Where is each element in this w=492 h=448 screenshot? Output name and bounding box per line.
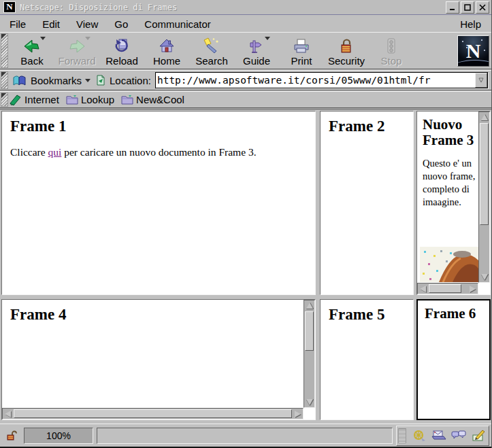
menu-edit[interactable]: Edit bbox=[42, 18, 60, 30]
guide-button[interactable]: Guide bbox=[234, 34, 279, 68]
frame4-scroll-right-button[interactable] bbox=[293, 409, 303, 419]
stop-icon bbox=[382, 37, 400, 56]
frame4-horizontal-scrollbar[interactable] bbox=[2, 408, 304, 419]
arrow-left-icon bbox=[5, 411, 11, 417]
navigator-component-button[interactable] bbox=[410, 428, 428, 443]
frame-5: Frame 5 bbox=[320, 299, 414, 420]
frame3-heading: Nuovo Frame 3 bbox=[423, 117, 476, 148]
print-button[interactable]: Print bbox=[279, 34, 324, 68]
location-toolbar-grip[interactable] bbox=[1, 71, 8, 89]
frame-1: Frame 1 Cliccare qui per caricare un nuo… bbox=[1, 111, 316, 295]
frame2-heading: Frame 2 bbox=[329, 118, 413, 135]
netscape-app-icon: N bbox=[3, 1, 16, 13]
bookmarks-dropdown-arrow bbox=[85, 79, 91, 82]
personal-toolbar-grip[interactable] bbox=[1, 92, 8, 107]
frame3-horizontal-scrollbar[interactable] bbox=[417, 283, 478, 294]
window-title: Netscape: Disposizione di Frames bbox=[20, 3, 177, 12]
folder-icon bbox=[121, 94, 133, 105]
frame-6: Frame 6 bbox=[416, 299, 491, 420]
frame6-heading: Frame 6 bbox=[425, 306, 489, 322]
frame3-photo-thumbnail bbox=[420, 247, 478, 282]
forward-icon bbox=[68, 37, 86, 56]
discussions-component-button[interactable] bbox=[449, 428, 468, 443]
mailbox-icon bbox=[431, 430, 446, 442]
menu-view[interactable]: View bbox=[76, 18, 98, 30]
reload-button[interactable]: Reload bbox=[99, 34, 144, 68]
frame3-scroll-down-button[interactable] bbox=[479, 272, 489, 282]
open-padlock-icon bbox=[6, 430, 17, 441]
title-bar[interactable]: N Netscape: Disposizione di Frames bbox=[0, 0, 492, 15]
url-history-dropdown-button[interactable] bbox=[475, 73, 487, 88]
composer-icon bbox=[472, 430, 485, 442]
reload-icon bbox=[113, 37, 131, 56]
frame5-heading: Frame 5 bbox=[329, 307, 413, 324]
menu-file[interactable]: File bbox=[10, 18, 26, 30]
frame4-heading: Frame 4 bbox=[10, 307, 315, 324]
home-icon bbox=[158, 37, 176, 56]
discussions-icon bbox=[451, 430, 466, 442]
print-icon bbox=[293, 37, 310, 56]
navigation-toolbar: Back Forward Reload Home Search Guide bbox=[0, 32, 492, 69]
security-icon bbox=[338, 37, 355, 56]
component-bar-grip[interactable] bbox=[398, 428, 406, 443]
frame4-scroll-up-button[interactable] bbox=[304, 300, 314, 311]
frame3-paragraph: Questo e' un nuovo frame, completo di im… bbox=[423, 157, 476, 208]
toolbar-grip[interactable] bbox=[1, 33, 8, 68]
frame3-scroll-up-button[interactable] bbox=[479, 112, 489, 122]
frame1-paragraph: Cliccare qui per caricare un nuovo docum… bbox=[10, 146, 315, 158]
frame-4: Frame 4 bbox=[1, 299, 316, 420]
back-button[interactable]: Back bbox=[10, 34, 54, 68]
personal-item-lookup[interactable]: Lookup bbox=[66, 94, 114, 105]
frame4-vertical-scroll-thumb[interactable] bbox=[305, 311, 314, 351]
menu-go[interactable]: Go bbox=[114, 18, 128, 30]
frame3-vertical-scroll-thumb[interactable] bbox=[480, 123, 489, 225]
close-button[interactable] bbox=[476, 1, 489, 14]
arrow-left-icon bbox=[420, 286, 426, 292]
netscape-logo[interactable]: N bbox=[457, 35, 489, 67]
page-proxy-icon[interactable] bbox=[96, 75, 105, 86]
frame3-scroll-left-button[interactable] bbox=[418, 283, 428, 294]
menu-help[interactable]: Help bbox=[460, 18, 481, 30]
arrow-up-icon bbox=[306, 303, 313, 309]
component-bar bbox=[396, 426, 489, 446]
frame1-heading: Frame 1 bbox=[10, 118, 315, 135]
minimize-icon bbox=[449, 4, 456, 11]
search-button[interactable]: Search bbox=[189, 34, 234, 68]
url-input[interactable] bbox=[156, 73, 475, 88]
frame4-horizontal-scroll-thumb[interactable] bbox=[14, 409, 292, 418]
personal-toolbar: Internet Lookup New&Cool bbox=[0, 91, 492, 108]
arrow-right-icon bbox=[470, 286, 476, 292]
forward-button[interactable]: Forward bbox=[54, 34, 99, 68]
guide-icon bbox=[248, 37, 265, 56]
personal-item-newcool[interactable]: New&Cool bbox=[121, 94, 184, 105]
mailbox-component-button[interactable] bbox=[429, 428, 448, 443]
marker-pen-icon bbox=[10, 94, 22, 105]
url-field-wrapper bbox=[155, 72, 488, 88]
browser-content-area: Frame 1 Cliccare qui per caricare un nuo… bbox=[0, 109, 492, 423]
close-icon bbox=[479, 4, 486, 11]
frame3-scroll-right-button[interactable] bbox=[468, 283, 478, 294]
frame4-scroll-down-button[interactable] bbox=[304, 397, 314, 407]
personal-item-internet[interactable]: Internet bbox=[10, 94, 59, 105]
home-button[interactable]: Home bbox=[144, 34, 189, 68]
maximize-button[interactable] bbox=[461, 1, 474, 14]
frame3-horizontal-scroll-thumb[interactable] bbox=[429, 284, 461, 293]
frame3-vertical-scrollbar[interactable] bbox=[478, 111, 490, 283]
bookmarks-icon bbox=[12, 74, 27, 86]
frame1-qui-link[interactable]: qui bbox=[48, 146, 62, 158]
chevron-down-icon bbox=[478, 77, 484, 83]
guide-dropdown-arrow bbox=[265, 37, 270, 40]
stop-button[interactable]: Stop bbox=[369, 34, 414, 68]
frame4-vertical-scrollbar[interactable] bbox=[304, 300, 315, 408]
bookmarks-button[interactable]: Bookmarks bbox=[12, 74, 96, 86]
frame4-scroll-left-button[interactable] bbox=[3, 409, 13, 419]
arrow-down-icon bbox=[306, 399, 313, 405]
netscape-window: { "window": { "title": "Netscape: Dispos… bbox=[0, 0, 492, 448]
menu-communicator[interactable]: Communicator bbox=[144, 18, 211, 30]
security-button[interactable]: Security bbox=[324, 34, 369, 68]
security-status-button[interactable] bbox=[3, 428, 20, 443]
frame-3: Nuovo Frame 3 Questo e' un nuovo frame, … bbox=[416, 111, 491, 295]
arrow-up-icon bbox=[481, 114, 488, 120]
composer-component-button[interactable] bbox=[469, 428, 487, 443]
minimize-button[interactable] bbox=[446, 1, 459, 14]
